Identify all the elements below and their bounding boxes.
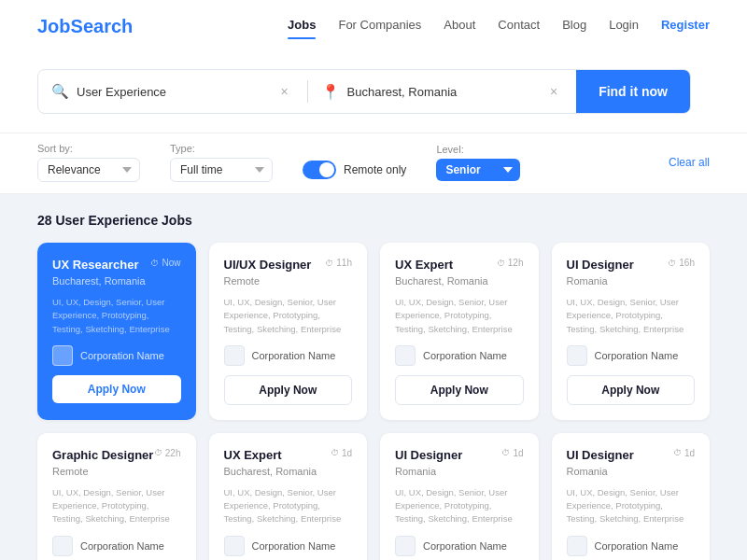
job-title: UI Designer [567,258,634,272]
company-logo [52,345,73,366]
clear-all-button[interactable]: Clear all [669,156,710,169]
sort-label: Sort by: [37,143,140,154]
logo-suffix: Search [71,16,134,36]
company-name: Corporation Name [252,540,336,552]
nav-about[interactable]: About [444,18,475,35]
remote-filter: Remote only [303,146,406,179]
job-card-header: Graphic Designer ⏱22h [52,448,181,462]
company-logo [395,536,416,556]
company-logo [224,345,245,366]
clock-icon: ⏱ [497,259,505,268]
apply-button[interactable]: Apply Now [224,375,353,405]
job-tags: UI, UX, Design, Senior, User Experience,… [395,296,524,336]
clock-icon: ⏱ [331,448,339,457]
job-tags: UI, UX, Design, Senior, User Experience,… [567,296,696,336]
nav-jobs[interactable]: Jobs [288,18,316,35]
remote-toggle[interactable] [303,161,336,179]
job-card-header: UI/UX Designer ⏱11h [224,258,353,272]
company-name: Corporation Name [80,540,164,552]
job-card[interactable]: UI Designer ⏱1d Romania UI, UX, Design, … [380,433,539,560]
clock-icon: ⏱ [325,259,333,268]
apply-button[interactable]: Apply Now [52,375,181,403]
nav: Jobs For Companies About Contact Blog Lo… [288,18,710,35]
company-logo [567,345,587,366]
results-title: 28 User Experience Jobs [37,213,710,228]
job-time: ⏱1d [501,448,523,458]
job-card[interactable]: UI/UX Designer ⏱11h Remote UI, UX, Desig… [209,243,368,420]
job-time: ⏱1d [331,448,352,458]
job-card-header: UX Expert ⏱1d [224,448,353,462]
company-row: Corporation Name [52,345,181,366]
clear-location-button[interactable]: × [544,84,563,99]
clock-icon: ⏱ [150,259,159,268]
job-tags: UI, UX, Design, Senior, User Experience,… [224,486,353,526]
header: JobSearch Jobs For Companies About Conta… [0,0,747,52]
type-select[interactable]: Full time Part time Freelance [170,158,273,182]
level-label: Level: [436,144,520,155]
remote-label [303,146,406,157]
company-logo [224,536,245,556]
company-name: Corporation Name [423,540,507,552]
job-card[interactable]: UX Expert ⏱1d Bucharest, Romania UI, UX,… [209,433,368,560]
nav-for-companies[interactable]: For Companies [338,18,421,35]
job-time: ⏱22h [154,448,181,458]
level-select[interactable]: Senior Junior Mid [436,159,520,181]
job-title: UX Researcher [52,258,139,272]
location-input[interactable] [347,85,537,99]
job-card[interactable]: UX Expert ⏱12h Bucharest, Romania UI, UX… [380,243,539,420]
company-row: Corporation Name [52,536,181,556]
logo: JobSearch [37,16,133,37]
apply-button[interactable]: Apply Now [567,375,696,405]
search-bar: 🔍 × 📍 × Find it now [37,69,691,114]
location-wrap: 📍 × [308,83,577,101]
filters-section: Sort by: Relevance Date Salary Type: Ful… [0,133,747,194]
clock-icon: ⏱ [154,448,162,457]
type-filter: Type: Full time Part time Freelance [170,143,273,182]
keyword-input[interactable] [77,85,267,99]
nav-login[interactable]: Login [609,18,639,35]
job-card[interactable]: UX Researcher ⏱Now Bucharest, Romania UI… [37,243,196,420]
location-icon: 📍 [321,83,340,101]
apply-button[interactable]: Apply Now [395,375,524,405]
clear-keyword-button[interactable]: × [275,84,293,99]
sort-select[interactable]: Relevance Date Salary [37,158,140,182]
nav-blog[interactable]: Blog [562,18,586,35]
sort-filter: Sort by: Relevance Date Salary [37,143,140,182]
job-location: Remote [224,275,353,287]
job-card[interactable]: UI Designer ⏱16h Romania UI, UX, Design,… [552,243,711,420]
job-time: ⏱12h [497,258,524,268]
type-label: Type: [170,143,273,154]
job-card-header: UX Expert ⏱12h [395,258,524,272]
nav-contact[interactable]: Contact [498,18,540,35]
company-logo [567,536,587,556]
job-grid: UX Researcher ⏱Now Bucharest, Romania UI… [37,243,710,560]
find-button[interactable]: Find it now [576,70,690,113]
remote-toggle-label: Remote only [344,163,406,176]
job-location: Bucharest, Romania [395,275,524,287]
job-location: Romania [567,275,696,287]
job-time: ⏱11h [325,258,352,268]
job-location: Remote [52,466,181,477]
job-title: UX Expert [224,448,282,462]
job-card[interactable]: Graphic Designer ⏱22h Remote UI, UX, Des… [37,433,196,560]
search-section: 🔍 × 📍 × Find it now [0,52,747,133]
job-location: Romania [567,466,696,477]
keyword-wrap: 🔍 × [38,83,307,100]
clock-icon: ⏱ [673,448,682,457]
company-name: Corporation Name [252,350,336,361]
company-name: Corporation Name [595,350,679,361]
clock-icon: ⏱ [668,259,676,268]
job-tags: UI, UX, Design, Senior, User Experience,… [567,486,696,526]
job-time: ⏱16h [668,258,695,268]
logo-prefix: Job [37,16,71,36]
nav-register[interactable]: Register [661,18,710,35]
job-card[interactable]: UI Designer ⏱1d Romania UI, UX, Design, … [552,433,711,560]
job-title: Graphic Designer [52,448,153,462]
company-row: Corporation Name [567,536,696,556]
remote-toggle-wrap: Remote only [303,161,406,179]
job-location: Bucharest, Romania [52,275,181,287]
job-tags: UI, UX, Design, Senior, User Experience,… [52,296,181,336]
job-title: UI Designer [567,448,634,462]
job-time: ⏱Now [150,258,180,268]
company-logo [395,345,416,366]
